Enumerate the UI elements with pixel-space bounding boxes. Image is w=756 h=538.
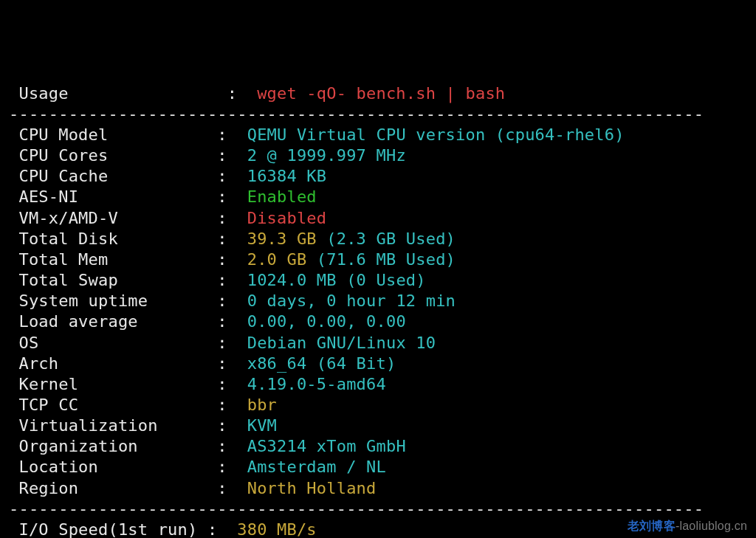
row-value: North Holland [247, 479, 377, 497]
row-sep: : [217, 458, 247, 476]
row-sep: : [217, 292, 247, 310]
divider-mid: ----------------------------------------… [9, 500, 704, 518]
row-label: OS [9, 334, 217, 352]
row-value: 0.00, 0.00, 0.00 [247, 312, 406, 331]
watermark-sub: -laoliublog.cn [676, 520, 747, 532]
row-label: System uptime [9, 292, 217, 310]
row-label: VM-x/AMD-V [9, 209, 217, 227]
row-value: 1024.0 MB (0 Used) [247, 271, 426, 289]
row-value: bbr [247, 396, 277, 414]
row-label: CPU Cores [9, 146, 217, 165]
divider-top: ----------------------------------------… [9, 105, 704, 123]
io-sep: : [207, 520, 237, 538]
row-label: Location [9, 458, 217, 476]
row-suffix: (2.3 GB Used) [317, 230, 456, 248]
row-sep: : [217, 187, 247, 206]
row-sep: : [217, 146, 247, 165]
io-label: I/O Speed(1st run) [9, 520, 207, 538]
row-value: KVM [247, 416, 277, 435]
row-label: Arch [9, 354, 217, 373]
row-value: 0 days, 0 hour 12 min [247, 292, 456, 310]
row-label: Total Swap [9, 271, 217, 289]
row-label: Kernel [9, 375, 217, 393]
row-sep: : [217, 312, 247, 331]
row-value: 4.19.0-5-amd64 [247, 375, 386, 393]
row-label: AES-NI [9, 187, 217, 206]
row-sep: : [217, 375, 247, 393]
row-sep: : [217, 230, 247, 248]
row-value: Debian GNU/Linux 10 [247, 334, 436, 352]
watermark: 老刘博客-laoliublog.cn [628, 519, 747, 534]
row-value: 2.0 GB [247, 250, 307, 269]
io-value: 380 MB/s [237, 520, 317, 538]
row-value: 16384 KB [247, 167, 327, 185]
row-value: x86_64 (64 Bit) [247, 354, 396, 373]
row-label: Total Mem [9, 250, 217, 269]
row-label: Virtualization [9, 416, 217, 435]
row-sep: : [217, 334, 247, 352]
row-sep: : [217, 125, 247, 144]
row-value: Disabled [247, 209, 327, 227]
row-sep: : [217, 209, 247, 227]
row-label: Load average [9, 312, 217, 331]
row-sep: : [217, 250, 247, 269]
row-label: Total Disk [9, 230, 217, 248]
row-sep: : [217, 354, 247, 373]
row-value: 2 @ 1999.997 MHz [247, 146, 406, 165]
row-label: CPU Model [9, 125, 217, 144]
usage-label: Usage [9, 84, 69, 103]
row-sep: : [217, 416, 247, 435]
row-value: 39.3 GB [247, 230, 317, 248]
row-label: TCP CC [9, 396, 217, 414]
usage-value: wget -qO- bench.sh | bash [257, 84, 505, 103]
row-sep: : [217, 396, 247, 414]
watermark-main: 老刘博客 [628, 520, 676, 532]
row-value: Amsterdam / NL [247, 458, 386, 476]
row-suffix: (71.6 MB Used) [306, 250, 456, 269]
row-value: Enabled [247, 187, 317, 206]
row-sep: : [217, 437, 247, 455]
row-value: AS3214 xTom GmbH [247, 437, 406, 455]
row-sep: : [217, 167, 247, 185]
sysinfo-rows: CPU Model : QEMU Virtual CPU version (cp… [9, 125, 747, 499]
row-sep: : [217, 479, 247, 497]
row-sep: : [217, 271, 247, 289]
row-label: Organization [9, 437, 217, 455]
row-label: CPU Cache [9, 167, 217, 185]
terminal-output: Usage : wget -qO- bench.sh | bash ------… [9, 83, 747, 538]
row-value: QEMU Virtual CPU version (cpu64-rhel6) [247, 125, 625, 144]
row-label: Region [9, 479, 217, 497]
